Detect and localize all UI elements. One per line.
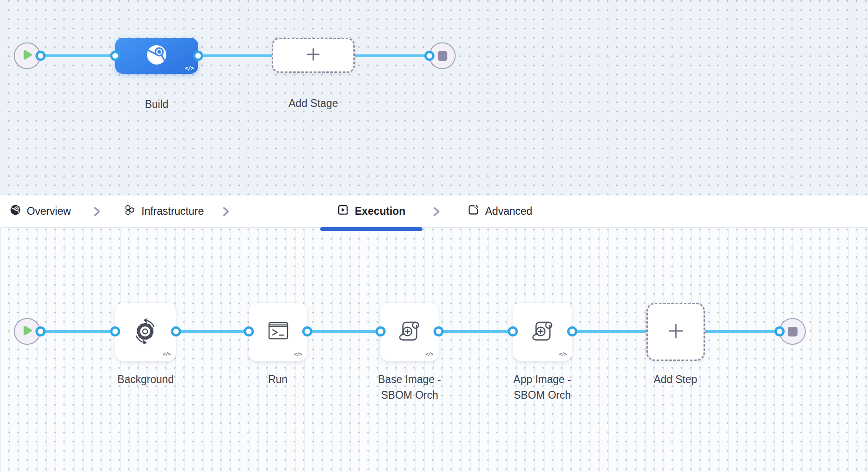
build-stage-node[interactable]: </> — [115, 38, 198, 74]
chevron-right-icon — [223, 195, 230, 227]
build-stage-label: Build — [111, 96, 203, 112]
start-out-port[interactable] — [35, 326, 46, 336]
terminal-icon — [266, 319, 291, 345]
step-in-port[interactable] — [508, 326, 518, 336]
step-out-port[interactable] — [567, 326, 577, 336]
tab-advanced[interactable]: Advanced — [468, 195, 532, 227]
tab-infrastructure[interactable]: Infrastructure — [124, 195, 204, 227]
play-square-icon — [337, 204, 349, 218]
stage-end-in-port[interactable] — [424, 51, 434, 61]
tab-label: Infrastructure — [141, 205, 204, 218]
chevron-right-icon — [433, 195, 440, 227]
tab-overview[interactable]: Overview — [10, 195, 71, 227]
code-icon[interactable]: </> — [559, 351, 567, 357]
play-icon — [21, 49, 33, 63]
tab-label: Overview — [27, 205, 71, 218]
execution-steps-canvas[interactable]: </> </> — [0, 228, 868, 472]
tab-label: Execution — [355, 205, 405, 218]
code-icon[interactable]: </> — [294, 351, 302, 357]
step-node-background[interactable]: </> — [115, 303, 176, 361]
stop-icon — [438, 51, 447, 61]
step-label-app-image-sbom: App Image - SBOM Orch — [501, 372, 584, 403]
plus-icon — [667, 322, 685, 342]
step-node-run[interactable]: </> — [249, 303, 307, 361]
tab-execution[interactable]: Execution — [320, 195, 422, 227]
ci-build-icon — [145, 43, 168, 68]
add-step-button[interactable] — [646, 303, 705, 361]
sync-gear-icon — [132, 318, 159, 346]
stop-icon — [788, 327, 798, 336]
hexagons-icon — [124, 204, 135, 218]
stage-pipeline-canvas[interactable]: </> Build Add Stage — [0, 0, 868, 195]
stage-edge — [41, 54, 429, 57]
build-out-port[interactable] — [193, 51, 203, 61]
code-icon[interactable]: </> — [185, 65, 194, 71]
step-label-base-image-sbom: Base Image - SBOM Orch — [368, 372, 451, 403]
build-in-port[interactable] — [110, 51, 120, 61]
step-label-run: Run — [236, 372, 319, 387]
step-node-base-image-sbom[interactable]: </> — [381, 303, 439, 361]
step-node-app-image-sbom[interactable]: </> — [513, 303, 572, 361]
step-out-port[interactable] — [171, 326, 181, 336]
play-icon — [21, 324, 33, 338]
add-stage-button[interactable] — [272, 38, 355, 73]
execution-end-in-port[interactable] — [774, 326, 785, 336]
plus-icon — [306, 47, 321, 64]
active-tab-underline — [320, 227, 422, 231]
stage-config-tab-bar: Overview Infrastructure — [0, 195, 868, 228]
code-icon[interactable]: </> — [163, 351, 170, 357]
step-in-port[interactable] — [244, 326, 254, 336]
start-out-port[interactable] — [35, 51, 46, 61]
step-out-port[interactable] — [302, 326, 312, 336]
chevron-right-icon — [94, 195, 101, 227]
step-label-background: Background — [104, 372, 187, 387]
scroll-plus-icon — [530, 318, 556, 346]
scroll-plus-icon — [397, 318, 422, 346]
step-in-port[interactable] — [375, 326, 386, 336]
add-stage-label: Add Stage — [267, 95, 359, 111]
ci-overview-icon — [10, 205, 21, 218]
step-out-port[interactable] — [434, 326, 444, 336]
tab-label: Advanced — [485, 205, 532, 218]
code-icon[interactable]: </> — [425, 351, 433, 357]
step-in-port[interactable] — [110, 326, 120, 336]
add-step-label: Add Step — [634, 372, 717, 387]
square-gear-icon — [468, 204, 479, 218]
